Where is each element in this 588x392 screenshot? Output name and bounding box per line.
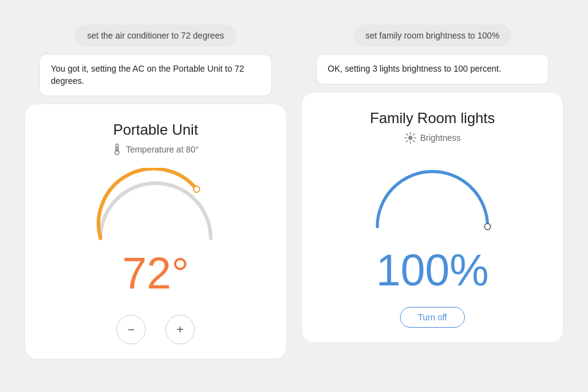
brightness-gauge-svg <box>365 156 500 236</box>
svg-line-12 <box>406 140 407 141</box>
right-card-title: Family Room lights <box>370 110 495 127</box>
main-container: set the air conditioner to 72 degrees Yo… <box>0 0 588 392</box>
right-subtitle: Brightness <box>404 132 461 144</box>
svg-line-9 <box>406 134 407 135</box>
brightness-value: 100% <box>376 248 489 292</box>
brightness-gauge <box>365 156 500 236</box>
left-speech-bubble: set the air conditioner to 72 degrees <box>75 24 236 47</box>
svg-point-4 <box>408 135 412 140</box>
left-panel: set the air conditioner to 72 degrees Yo… <box>24 24 287 360</box>
svg-line-10 <box>413 140 414 141</box>
right-panel: set family room brightness to 100% OK, s… <box>301 24 564 343</box>
right-response-text: OK, setting 3 lights brightness to 100 p… <box>316 54 549 85</box>
increase-button[interactable]: + <box>165 315 195 344</box>
turn-off-button[interactable]: Turn off <box>400 307 464 328</box>
right-speech-bubble: set family room brightness to 100% <box>353 24 512 47</box>
left-card-title: Portable Unit <box>113 121 198 138</box>
temperature-value: 72° <box>123 251 189 295</box>
temperature-controls: − + <box>116 315 195 344</box>
brightness-icon <box>404 132 417 144</box>
gauge-svg <box>88 168 223 247</box>
svg-line-11 <box>413 134 414 135</box>
left-response-text: You got it, setting the AC on the Portab… <box>39 54 272 96</box>
left-subtitle: Temperature at 80° <box>112 143 198 156</box>
right-card: Family Room lights Brightness <box>301 92 564 343</box>
svg-point-3 <box>194 186 200 192</box>
svg-point-13 <box>484 224 491 230</box>
left-card: Portable Unit Temperature at 80° <box>24 104 287 360</box>
decrease-button[interactable]: − <box>116 315 146 344</box>
temperature-gauge <box>88 168 223 247</box>
thermometer-icon <box>112 143 122 156</box>
